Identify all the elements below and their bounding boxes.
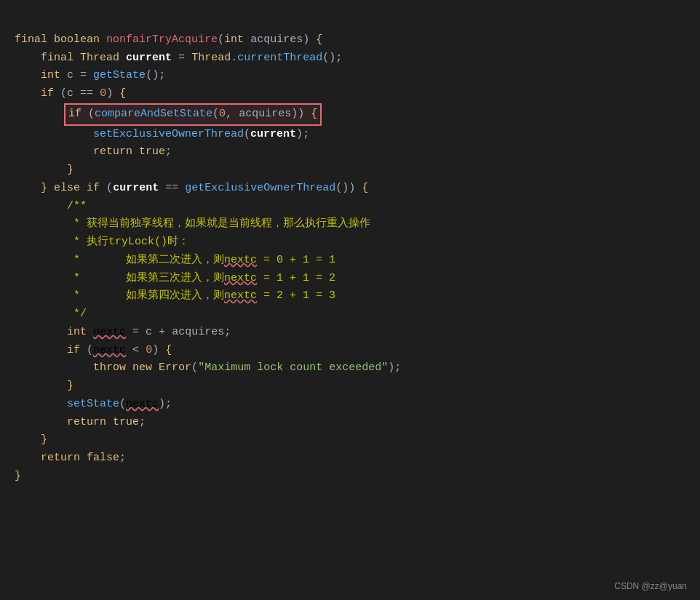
line-if-nextc: if (nextc < 0) { bbox=[15, 344, 172, 356]
line-close-else: } bbox=[15, 433, 47, 446]
line-5: if (compareAndSetState(0, acquires)) { bbox=[15, 108, 322, 120]
line-comment-start: /** bbox=[15, 200, 87, 212]
line-7: return true; bbox=[15, 145, 172, 158]
line-comment-6: * 如果第四次进入，则nextc = 2 + 1 = 3 bbox=[15, 289, 335, 302]
line-9: } else if (current == getExclusiveOwnerT… bbox=[15, 182, 368, 194]
watermark: CSDN @zz@yuan bbox=[614, 581, 687, 591]
line-comment-2: * 获得当前独享线程，如果就是当前线程，那么执行重入操作 bbox=[15, 217, 370, 230]
line-return-false: return false; bbox=[15, 452, 126, 464]
line-3: int c = getState(); bbox=[15, 69, 165, 81]
line-comment-end: */ bbox=[15, 308, 87, 320]
line-comment-3: * 执行tryLock()时： bbox=[15, 236, 189, 248]
line-6: setExclusiveOwnerThread(current); bbox=[15, 128, 309, 140]
line-8: } bbox=[15, 164, 73, 176]
code-container: final boolean nonfairTryAcquire(int acqu… bbox=[0, 0, 700, 600]
line-comment-5: * 如果第三次进入，则nextc = 1 + 1 = 2 bbox=[15, 272, 335, 284]
line-close-if: } bbox=[15, 380, 73, 392]
line-comment-4: * 如果第二次进入，则nextc = 0 + 1 = 1 bbox=[15, 254, 335, 266]
line-throw: throw new Error("Maximum lock count exce… bbox=[15, 361, 401, 374]
line-1: final boolean nonfairTryAcquire(int acqu… bbox=[15, 33, 322, 46]
line-nextc-decl: int nextc = c + acquires; bbox=[15, 326, 231, 338]
line-4: if (c == 0) { bbox=[15, 87, 126, 100]
code-block: final boolean nonfairTryAcquire(int acqu… bbox=[15, 13, 685, 486]
line-close-method: } bbox=[15, 470, 21, 482]
line-setstate: setState(nextc); bbox=[15, 398, 172, 410]
line-return-true: return true; bbox=[15, 416, 146, 428]
line-2: final Thread current = Thread.currentThr… bbox=[15, 52, 342, 64]
